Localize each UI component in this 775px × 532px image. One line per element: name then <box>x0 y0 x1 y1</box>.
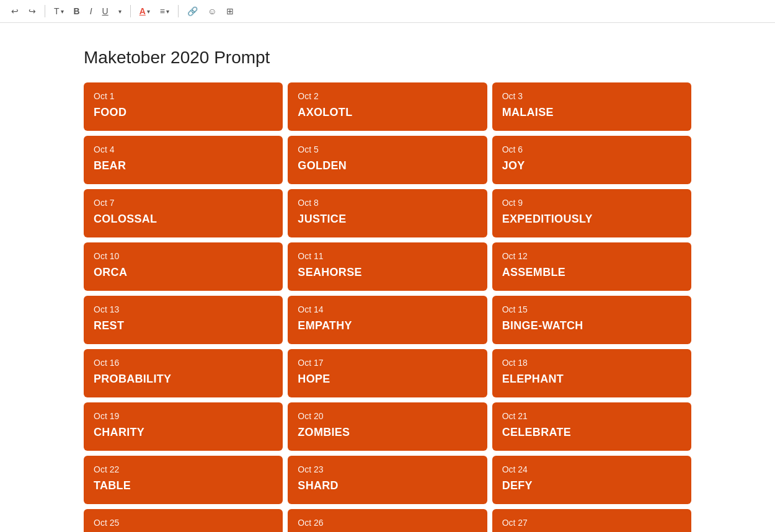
cell-prompt: ELEPHANT <box>502 373 681 386</box>
cell-date: Oct 22 <box>94 464 273 474</box>
prompt-cell: Oct 16PROBABILITY <box>84 349 283 397</box>
cell-date: Oct 25 <box>94 518 273 528</box>
prompt-cell: Oct 20ZOMBIES <box>288 402 487 451</box>
cell-date: Oct 5 <box>298 144 477 154</box>
align-button[interactable]: ≡ ▾ <box>156 4 173 19</box>
prompt-cell: Oct 2AXOLOTL <box>288 82 487 131</box>
prompt-cell: Oct 4BEAR <box>84 136 283 184</box>
cell-date: Oct 21 <box>502 411 681 421</box>
prompt-cell: Oct 11SEAHORSE <box>288 242 487 291</box>
prompt-cell: Oct 10ORCA <box>84 242 283 291</box>
image-button[interactable]: ⊞ <box>223 4 237 19</box>
cell-date: Oct 12 <box>502 251 681 261</box>
cell-prompt: ASSEMBLE <box>502 266 681 279</box>
prompt-cell: Oct 3MALAISE <box>492 82 691 131</box>
cell-prompt: FOOD <box>94 106 273 119</box>
prompt-cell: Oct 23SHARD <box>288 456 487 504</box>
cell-date: Oct 9 <box>502 198 681 208</box>
image-icon: ⊞ <box>226 6 234 16</box>
undo-button[interactable]: ↩ <box>7 4 22 19</box>
prompt-cell: Oct 26FISH <box>288 509 487 532</box>
cell-prompt: SHARD <box>298 479 477 492</box>
cell-date: Oct 14 <box>298 304 477 314</box>
main-content: Maketober 2020 Prompt Oct 1FOODOct 2AXOL… <box>46 23 728 532</box>
prompt-cell: Oct 9EXPEDITIOUSLY <box>492 189 691 237</box>
cell-date: Oct 10 <box>94 251 273 261</box>
cell-prompt: HOPE <box>298 373 477 386</box>
redo-button[interactable]: ↪ <box>25 4 40 19</box>
prompt-cell: Oct 1FOOD <box>84 82 283 131</box>
cell-date: Oct 17 <box>298 358 477 368</box>
cell-prompt: TABLE <box>94 479 273 492</box>
emoji-icon: ☺ <box>208 6 216 16</box>
align-label: ≡ <box>160 6 165 16</box>
underline-dropdown-button[interactable]: ▾ <box>115 6 125 17</box>
prompt-cell: Oct 7COLOSSAL <box>84 189 283 237</box>
cell-date: Oct 8 <box>298 198 477 208</box>
align-arrow: ▾ <box>166 8 169 15</box>
cell-prompt: ZOMBIES <box>298 426 477 439</box>
font-color-button[interactable]: A ▾ <box>136 4 154 19</box>
cell-date: Oct 15 <box>502 304 681 314</box>
italic-button[interactable]: I <box>86 4 96 19</box>
cell-prompt: REST <box>94 319 273 332</box>
link-button[interactable]: 🔗 <box>184 4 202 19</box>
cell-date: Oct 20 <box>298 411 477 421</box>
prompt-cell: Oct 22TABLE <box>84 456 283 504</box>
cell-prompt: BEAR <box>94 159 273 172</box>
cell-prompt: AXOLOTL <box>298 106 477 119</box>
cell-prompt: JUSTICE <box>298 213 477 226</box>
text-style-arrow: ▾ <box>61 8 64 15</box>
cell-date: Oct 1 <box>94 91 273 101</box>
prompt-grid: Oct 1FOODOct 2AXOLOTLOct 3MALAISEOct 4BE… <box>84 82 691 532</box>
toolbar: ↩ ↪ T ▾ B I U ▾ A ▾ ≡ ▾ 🔗 ☺ ⊞ <box>0 0 775 23</box>
prompt-cell: Oct 6JOY <box>492 136 691 184</box>
cell-prompt: ORCA <box>94 266 273 279</box>
cell-date: Oct 7 <box>94 198 273 208</box>
cell-prompt: EXPEDITIOUSLY <box>502 213 681 226</box>
cell-date: Oct 16 <box>94 358 273 368</box>
cell-date: Oct 27 <box>502 518 681 528</box>
cell-prompt: BINGE-WATCH <box>502 319 681 332</box>
font-color-label: A <box>140 6 146 16</box>
cell-date: Oct 13 <box>94 304 273 314</box>
cell-date: Oct 18 <box>502 358 681 368</box>
cell-date: Oct 11 <box>298 251 477 261</box>
cell-prompt: CHARITY <box>94 426 273 439</box>
cell-prompt: COLOSSAL <box>94 213 273 226</box>
page-title: Maketober 2020 Prompt <box>84 48 691 68</box>
cell-date: Oct 2 <box>298 91 477 101</box>
prompt-cell: Oct 5GOLDEN <box>288 136 487 184</box>
cell-date: Oct 24 <box>502 464 681 474</box>
separator-1 <box>45 5 45 17</box>
prompt-cell: Oct 12ASSEMBLE <box>492 242 691 291</box>
prompt-cell: Oct 17HOPE <box>288 349 487 397</box>
cell-date: Oct 23 <box>298 464 477 474</box>
cell-prompt: DEFY <box>502 479 681 492</box>
prompt-cell: Oct 8JUSTICE <box>288 189 487 237</box>
underline-button[interactable]: U <box>99 4 112 19</box>
cell-date: Oct 4 <box>94 144 273 154</box>
prompt-cell: Oct 15BINGE-WATCH <box>492 296 691 344</box>
prompt-cell: Oct 21CELEBRATE <box>492 402 691 451</box>
emoji-button[interactable]: ☺ <box>204 4 220 19</box>
cell-prompt: EMPATHY <box>298 319 477 332</box>
bold-button[interactable]: B <box>70 4 84 19</box>
cell-prompt: JOY <box>502 159 681 172</box>
text-style-label: T <box>54 6 60 16</box>
font-color-arrow: ▾ <box>147 8 150 15</box>
prompt-cell: Oct 27HABITAT <box>492 509 691 532</box>
separator-3 <box>178 5 179 17</box>
text-style-button[interactable]: T ▾ <box>50 4 68 19</box>
prompt-cell: Oct 13REST <box>84 296 283 344</box>
prompt-cell: Oct 25SUPER <box>84 509 283 532</box>
prompt-cell: Oct 19CHARITY <box>84 402 283 451</box>
cell-prompt: PROBABILITY <box>94 373 273 386</box>
cell-date: Oct 19 <box>94 411 273 421</box>
cell-prompt: GOLDEN <box>298 159 477 172</box>
cell-prompt: CELEBRATE <box>502 426 681 439</box>
link-icon: 🔗 <box>187 6 198 16</box>
cell-prompt: SEAHORSE <box>298 266 477 279</box>
prompt-cell: Oct 24DEFY <box>492 456 691 504</box>
cell-date: Oct 3 <box>502 91 681 101</box>
